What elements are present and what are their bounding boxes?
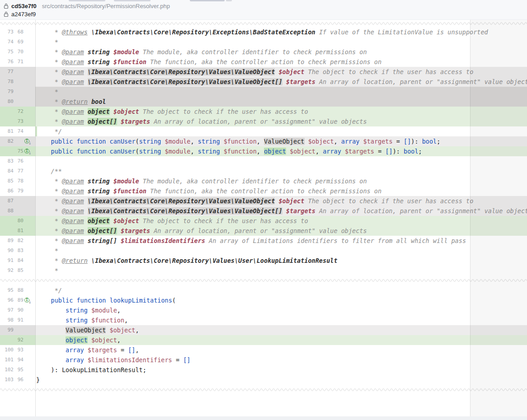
code-token: $function xyxy=(224,138,257,145)
line-number-gutter: 7368 xyxy=(0,27,35,37)
code-line[interactable]: * @param \Ibexa\Contracts\Core\Repositor… xyxy=(35,67,527,77)
code-token: $object xyxy=(110,327,136,334)
code-line[interactable]: * @param object $object The object to ch… xyxy=(35,216,527,226)
code-line[interactable]: * @return bool xyxy=(35,97,527,107)
implementations-icon[interactable]: I↓ xyxy=(24,139,29,144)
code-token: , xyxy=(124,317,128,324)
code-token: bool xyxy=(404,148,419,155)
code-token: An array of location, parent or "assignm… xyxy=(315,207,527,215)
line-number-gutter: 73 xyxy=(0,117,35,126)
new-line-number xyxy=(14,196,24,206)
code-line[interactable]: } xyxy=(35,375,527,385)
new-line-number: 83 xyxy=(14,246,24,256)
code-token: @param xyxy=(62,177,84,185)
code-line[interactable]: ): LookupLimitationResult; xyxy=(35,365,527,375)
diff-row: 92 object $object, xyxy=(0,335,527,345)
code-line[interactable]: ValueObject $object, xyxy=(35,325,527,335)
line-number-gutter: 8679 xyxy=(0,186,35,196)
code-token: $object xyxy=(113,217,139,224)
code-token xyxy=(110,108,113,115)
code-line[interactable]: * @param \Ibexa\Contracts\Core\Repositor… xyxy=(35,206,527,216)
code-line[interactable]: * @param string[] $limitationsIdentifier… xyxy=(35,236,527,246)
old-line-number: 74 xyxy=(0,37,14,47)
code-token: * xyxy=(36,118,62,125)
diff-header: cd53e7f0 src/contracts/Repository/Permis… xyxy=(0,0,527,20)
code-token: \Ibexa\Contracts\Core\Repository\Values\… xyxy=(88,207,282,215)
code-line[interactable]: array $limitationsIdentifiers = [] xyxy=(35,355,527,365)
code-line[interactable]: * @param string $module The module, aka … xyxy=(35,176,527,186)
code-line[interactable]: * @param object[] $targets An array of l… xyxy=(35,226,527,236)
code-token: ): xyxy=(411,138,422,145)
code-token: public xyxy=(51,297,73,304)
code-token: $object xyxy=(290,148,315,155)
code-token xyxy=(84,227,88,234)
code-token xyxy=(84,207,88,215)
diff-row: 82I↓ public function canUser(string $mod… xyxy=(0,136,527,146)
code-token xyxy=(88,307,91,314)
code-token xyxy=(84,217,88,224)
new-line-number: 94 xyxy=(14,355,24,365)
code-token: array xyxy=(66,346,84,354)
collapsed-region-separator[interactable] xyxy=(0,385,527,395)
code-line[interactable]: * @param \Ibexa\Contracts\Core\Repositor… xyxy=(35,77,527,87)
code-token: canUser xyxy=(110,138,136,145)
code-line[interactable]: object $object, xyxy=(35,335,527,345)
code-line[interactable]: public function canUser(string $module, … xyxy=(35,136,527,146)
code-token xyxy=(359,138,363,145)
line-number-gutter: 8376 xyxy=(0,156,35,166)
code-token xyxy=(36,148,51,155)
code-token: @param xyxy=(62,48,84,56)
line-number-gutter: 8477 xyxy=(0,166,35,176)
code-line[interactable]: * xyxy=(35,246,527,256)
code-token: \Ibexa\Contracts\Core\Repository\Excepti… xyxy=(91,28,315,36)
code-token xyxy=(84,237,88,244)
code-line[interactable]: */ xyxy=(35,285,527,295)
code-token xyxy=(84,177,88,185)
code-line[interactable]: * xyxy=(35,266,527,275)
code-line[interactable]: public function lookupLimitations( xyxy=(35,295,527,305)
code-line[interactable]: * @param string $function The function, … xyxy=(35,57,527,67)
code-line[interactable]: * @param string $module The module, aka … xyxy=(35,47,527,57)
code-token xyxy=(282,78,286,85)
new-line-number: 89 xyxy=(14,295,24,305)
code-line[interactable]: * @throws \Ibexa\Contracts\Core\Reposito… xyxy=(35,27,527,37)
code-token: public xyxy=(51,148,73,155)
implementations-icon[interactable]: I↓ xyxy=(24,149,29,154)
code-line[interactable]: * @param object $object The object to ch… xyxy=(35,107,527,117)
code-token: ( xyxy=(136,138,139,145)
code-token: $object xyxy=(278,197,304,205)
code-line[interactable]: * @return \Ibexa\Contracts\Core\Reposito… xyxy=(35,256,527,266)
code-line[interactable]: */ xyxy=(35,126,527,136)
diff-row: 10396} xyxy=(0,375,527,385)
code-line[interactable]: * @param string $function The function, … xyxy=(35,186,527,196)
code-line[interactable]: * xyxy=(35,87,527,97)
code-token xyxy=(117,118,121,125)
code-line[interactable] xyxy=(35,156,527,166)
line-number-gutter: 9689I↓ xyxy=(0,295,35,305)
old-line-number xyxy=(0,107,14,117)
code-line[interactable]: /** xyxy=(35,166,527,176)
code-line[interactable]: string $module, xyxy=(35,305,527,315)
code-token xyxy=(36,336,66,344)
code-line[interactable]: * xyxy=(35,37,527,47)
implementations-icon[interactable]: I↓ xyxy=(24,298,29,303)
code-token: @param xyxy=(62,118,84,125)
code-token: ): LookupLimitationResult; xyxy=(36,366,146,373)
code-token: @return xyxy=(62,98,88,105)
code-token: string xyxy=(88,177,110,185)
collapsed-region-separator[interactable] xyxy=(0,275,527,285)
code-token: $targets xyxy=(286,78,315,85)
new-line-number: 72 xyxy=(14,107,24,117)
code-token: $object xyxy=(278,68,304,75)
diff-viewer-window: cd53e7f0 src/contracts/Repository/Permis… xyxy=(0,0,527,420)
collapsed-region-separator[interactable] xyxy=(0,20,527,27)
line-number-gutter: 10194 xyxy=(0,355,35,365)
code-token: $targets xyxy=(363,138,393,145)
code-line[interactable]: * @param object[] $targets An array of l… xyxy=(35,117,527,126)
code-line[interactable]: public function canUser(string $module, … xyxy=(35,146,527,156)
code-line[interactable]: * @param \Ibexa\Contracts\Core\Repositor… xyxy=(35,196,527,206)
code-token: $object xyxy=(91,336,117,344)
code-line[interactable]: string $function, xyxy=(35,315,527,325)
code-line[interactable]: array $targets = [], xyxy=(35,345,527,355)
line-number-gutter: 9588 xyxy=(0,285,35,295)
